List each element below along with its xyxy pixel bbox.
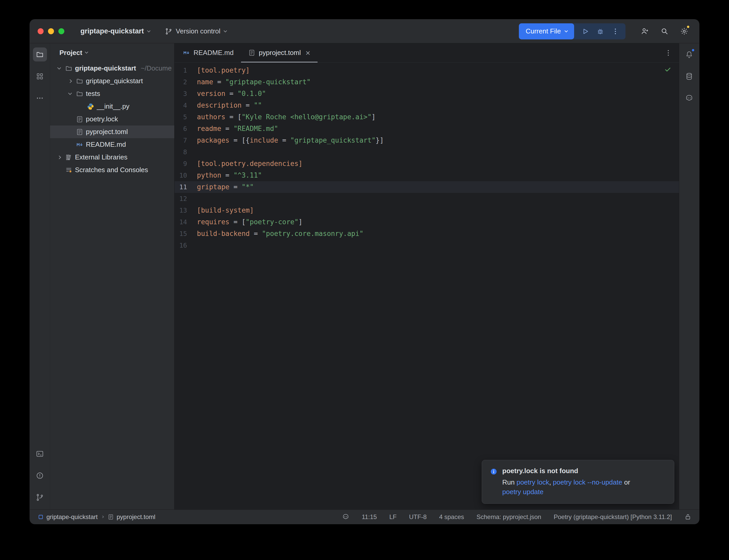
readonly-toggle[interactable] [684,513,691,520]
status-widgets: 11:15LFUTF-84 spacesSchema: pyproject.js… [342,513,691,521]
file-encoding[interactable]: UTF-8 [409,513,427,521]
project-switcher[interactable]: griptape-quickstart [80,27,150,35]
close-window-button[interactable] [38,28,44,34]
ai-assistant-icon [685,94,693,102]
code-text: version = "0.1.0" [197,88,266,100]
chevron-right-icon[interactable] [68,79,72,83]
code-token: readme [197,125,221,132]
code-line-4[interactable]: 4description = "" [175,100,679,111]
code-token: description [197,101,241,109]
tree-item-griptape-quickstart[interactable]: griptape-quickstart~/Docume [50,62,174,75]
chevron-down-icon[interactable] [68,91,72,95]
left-stripe-top [33,47,47,105]
ai-status-widget[interactable] [342,513,349,520]
code-token: = [250,230,262,237]
info-icon [490,468,498,475]
vcs-label: Version control [176,27,220,35]
line-number: 3 [175,88,197,100]
json-schema[interactable]: Schema: pyproject.json [477,513,541,521]
tab-options-icon[interactable] [664,49,672,57]
code-line-11[interactable]: 11griptape = "*" [175,181,679,193]
tree-item-init-py[interactable]: __init__.py [50,100,174,113]
tab-pyproject-toml[interactable]: pyproject.toml× [241,43,318,62]
code-line-6[interactable]: 6readme = "README.md" [175,123,679,135]
terminal-icon [36,450,44,458]
editor[interactable]: 1[tool.poetry]2name = "griptape-quicksta… [175,62,679,509]
breadcrumb-item-pyproject-toml[interactable]: pyproject.toml [108,513,155,521]
indent-style[interactable]: 4 spaces [439,513,464,521]
chevron-right-icon[interactable] [57,155,61,159]
code-line-14[interactable]: 14requires = ["poetry-core"] [175,216,679,228]
tab-readme-md[interactable]: README.md [176,43,241,62]
code-line-12[interactable]: 12 [175,193,679,205]
code-line-10[interactable]: 10python = "^3.11" [175,170,679,181]
code-text: [build-system] [197,205,254,216]
tree-item-poetry-lock[interactable]: poetry.lock [50,113,174,125]
toolwindow-structure-button[interactable] [33,69,47,83]
cursor-position[interactable]: 11:15 [361,513,377,521]
toolwindow-project-button[interactable] [33,47,47,61]
code-text: requires = ["poetry-core"] [197,216,302,228]
zoom-window-button[interactable] [58,28,64,34]
tree-item-readme-md[interactable]: README.md [50,138,174,151]
run-config-button[interactable]: Current File [519,23,574,39]
code-line-5[interactable]: 5authors = ["Kyle Roche <hello@griptape.… [175,111,679,123]
chevron-down-icon[interactable] [57,66,61,69]
tree-item-label: griptape_quickstart [86,77,143,85]
code-token: include [250,136,278,144]
toolwindow-more-button[interactable] [33,91,47,105]
code-line-7[interactable]: 7packages = [{include = "griptape_quicks… [175,135,679,146]
more-run-actions-icon[interactable] [612,27,619,35]
toolwindow-notifications-button[interactable] [682,47,696,61]
link-poetry-lock-no-update[interactable]: poetry lock --no-update [553,478,622,486]
code-line-2[interactable]: 2name = "griptape-quickstart" [175,76,679,88]
code-line-8[interactable]: 8 [175,146,679,158]
code-line-1[interactable]: 1[tool.poetry] [175,65,679,76]
code-token: "poetry.core.masonry.api" [262,230,363,237]
project-panel-header[interactable]: Project [50,43,174,62]
code-line-13[interactable]: 13[build-system] [175,205,679,216]
code-line-3[interactable]: 3version = "0.1.0" [175,88,679,100]
tree-item-pyproject-toml[interactable]: pyproject.toml [50,125,174,138]
project-name: griptape-quickstart [80,27,144,35]
tree-item-tests[interactable]: tests [50,87,174,100]
code-line-16[interactable]: 16 [175,240,679,251]
code-token: = [ [229,218,246,226]
more-icon [36,94,44,102]
tab-label: pyproject.toml [259,49,301,57]
search-button[interactable] [657,24,672,39]
tree-item-griptape-quickstart[interactable]: griptape_quickstart [50,75,174,87]
run-icon[interactable] [581,27,589,35]
link-poetry-update[interactable]: poetry update [502,488,544,496]
markdown-icon [76,141,83,148]
toolwindow-ai-assistant-button[interactable] [682,91,696,105]
python-interpreter[interactable]: Poetry (griptape-quickstart) [Python 3.1… [554,513,672,521]
vcs-widget[interactable]: Version control [165,27,226,35]
toolwindow-database-button[interactable] [682,69,696,83]
tree-item-label: External Libraries [75,153,127,161]
traffic-lights [38,28,64,34]
close-tab-icon[interactable]: × [305,49,310,57]
minimize-window-button[interactable] [48,28,54,34]
add-user-button[interactable] [637,24,652,39]
chevron-slot [67,93,73,94]
line-separator[interactable]: LF [390,513,397,521]
titlebar: griptape-quickstart Version control Curr… [30,19,699,43]
code-line-15[interactable]: 15build-backend = "poetry.core.masonry.a… [175,228,679,240]
toolwindow-terminal-button[interactable] [33,447,47,461]
branch-icon [36,493,44,501]
code-line-9[interactable]: 9[tool.poetry.dependencies] [175,158,679,170]
tree-item-external-libraries[interactable]: External Libraries [50,151,174,164]
toolwindow-branch-button[interactable] [33,490,47,504]
breadcrumb-item-griptape-quickstart[interactable]: griptape-quickstart [38,513,98,521]
code-token: [tool.poetry.dependencies] [197,160,302,167]
inspections-ok-icon[interactable] [664,66,672,73]
chevron-slot [67,80,73,82]
debug-icon[interactable] [596,27,604,35]
code-token: = [241,101,254,109]
settings-button[interactable] [677,24,691,39]
tree-item-scratches-and-consoles[interactable]: Scratches and Consoles [50,164,174,176]
toolwindow-problems-button[interactable] [33,468,47,482]
breadcrumbs: griptape-quickstartpyproject.toml [38,513,155,521]
link-poetry-lock[interactable]: poetry lock [517,478,549,486]
